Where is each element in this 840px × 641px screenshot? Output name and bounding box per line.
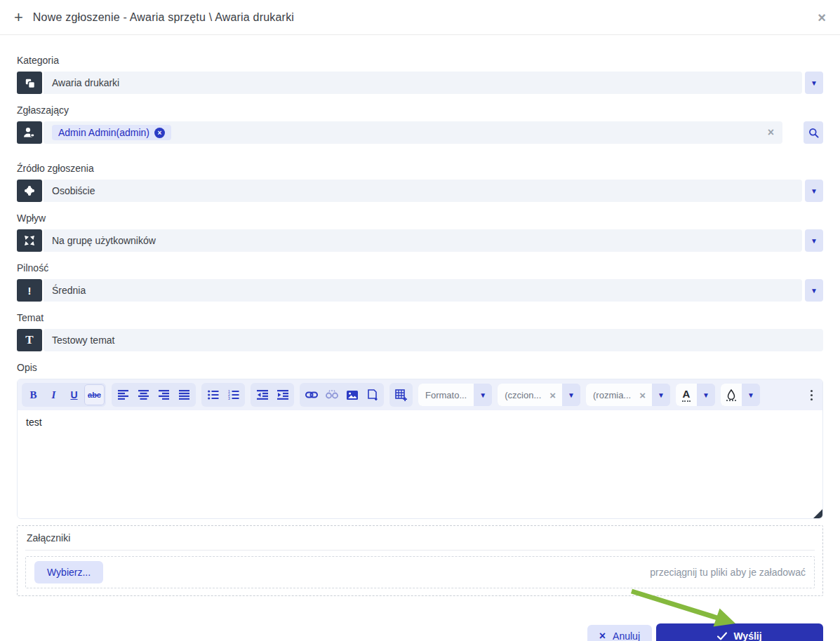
bold-button[interactable]: B	[23, 384, 44, 405]
unlink-button[interactable]	[321, 384, 342, 405]
svg-text:3: 3	[228, 396, 230, 400]
unlink-icon	[326, 390, 338, 400]
align-center-button[interactable]	[133, 384, 154, 405]
underline-button[interactable]: U	[64, 384, 84, 405]
indent-group	[251, 383, 294, 407]
insert-group	[300, 383, 384, 407]
list-group: 123	[201, 383, 245, 407]
description-editor-area[interactable]: test	[18, 410, 822, 519]
source-puzzle-icon	[17, 180, 42, 202]
chevron-down-icon: ▼	[742, 384, 760, 406]
submit-label: Wyślij	[733, 630, 761, 641]
requester-chip-label: Admin Admin(admin)	[58, 127, 149, 138]
chevron-down-icon: ▼	[652, 384, 670, 406]
requester-chip: Admin Admin(admin) ×	[52, 125, 171, 140]
cancel-button[interactable]: × Anuluj	[587, 625, 652, 641]
strikethrough-button[interactable]: abc	[84, 384, 105, 405]
source-input[interactable]: Osobiście	[44, 180, 802, 202]
urgency-exclamation-icon: !	[17, 279, 42, 302]
align-left-button[interactable]	[113, 384, 133, 405]
format-dropdown-label: Formato...	[418, 384, 474, 406]
insert-image-button[interactable]	[342, 384, 362, 405]
submit-button[interactable]: Wyślij	[656, 623, 823, 641]
source-value: Osobiście	[52, 185, 95, 196]
category-dropdown-button[interactable]: ▼	[805, 72, 823, 94]
font-dropdown[interactable]: (czcion... × ▼	[498, 384, 580, 406]
bullet-list-button[interactable]	[203, 384, 223, 405]
clear-font-icon[interactable]: ×	[548, 384, 562, 406]
urgency-label: Pilność	[17, 262, 823, 274]
outdent-button[interactable]	[252, 384, 272, 405]
requester-input[interactable]: Admin Admin(admin) × ×	[44, 121, 782, 144]
align-center-icon	[138, 390, 149, 400]
page-plus-icon	[367, 389, 378, 400]
align-right-button[interactable]	[154, 384, 174, 405]
table-plus-icon	[395, 389, 407, 401]
category-input[interactable]: Awaria drukarki	[44, 72, 802, 94]
choose-file-button[interactable]: Wybierz...	[34, 561, 103, 583]
check-icon	[717, 632, 727, 640]
close-icon[interactable]: ×	[818, 11, 826, 25]
cancel-label: Anuluj	[613, 630, 640, 641]
subject-text-icon: T	[17, 329, 42, 351]
requester-person-icon	[17, 121, 42, 144]
table-group	[389, 383, 413, 407]
clear-icon[interactable]: ×	[768, 126, 774, 139]
subject-row: T Testowy temat	[17, 329, 823, 351]
description-label: Opis	[17, 362, 823, 373]
outdent-icon	[257, 390, 268, 400]
urgency-dropdown-button[interactable]: ▼	[805, 279, 823, 302]
rich-text-editor: B I U abc 123	[17, 379, 823, 519]
file-dropzone[interactable]: Wybierz... przeciągnij tu pliki aby je z…	[25, 556, 815, 588]
source-label: Źródło zgłoszenia	[17, 163, 823, 174]
numbered-list-button[interactable]: 123	[223, 384, 244, 405]
new-ticket-dialog: + Nowe zgłoszenie - Awaria sprzętu \ Awa…	[0, 0, 840, 641]
subject-value: Testowy temat	[52, 335, 114, 346]
urgency-input[interactable]: Średnia	[44, 279, 802, 302]
impact-row: Na grupę użytkowników ▼	[17, 229, 823, 252]
category-row: Awaria drukarki ▼	[17, 72, 823, 94]
link-button[interactable]	[301, 384, 321, 405]
form-body: Kategoria Awaria drukarki ▼ Zgłaszający …	[0, 55, 840, 596]
bullet-list-icon	[208, 390, 219, 400]
clear-size-icon[interactable]: ×	[638, 384, 652, 406]
attachments-label: Załączniki	[25, 532, 815, 551]
indent-button[interactable]	[272, 384, 293, 405]
chevron-down-icon: ▼	[811, 79, 818, 87]
requester-search-button[interactable]	[804, 121, 823, 144]
numbered-list-icon: 123	[228, 390, 239, 400]
editor-toolbar: B I U abc 123	[18, 379, 822, 410]
image-icon	[347, 391, 358, 400]
background-color-dropdown[interactable]: ▼	[721, 384, 760, 406]
more-options-button[interactable]	[811, 390, 813, 400]
text-color-icon: A	[682, 388, 691, 402]
source-row: Osobiście ▼	[17, 180, 823, 202]
requester-label: Zgłaszający	[17, 104, 823, 116]
kebab-icon	[811, 390, 813, 392]
chip-remove-icon[interactable]: ×	[154, 128, 165, 138]
subject-label: Temat	[17, 312, 823, 323]
indent-icon	[277, 390, 288, 400]
insert-table-button[interactable]	[391, 384, 411, 405]
insert-page-button[interactable]	[362, 384, 382, 405]
source-dropdown-button[interactable]: ▼	[805, 180, 823, 202]
subject-input[interactable]: Testowy temat	[44, 329, 823, 351]
impact-label: Wpływ	[17, 212, 823, 224]
size-dropdown-label: (rozmia...	[586, 384, 638, 406]
text-color-dropdown[interactable]: A ▼	[676, 384, 715, 406]
dialog-title: Nowe zgłoszenie - Awaria sprzętu \ Awari…	[33, 11, 294, 24]
requester-row: Admin Admin(admin) × ×	[17, 121, 823, 144]
align-group	[112, 383, 196, 407]
editor-resize-handle[interactable]	[813, 509, 822, 518]
align-left-icon	[118, 390, 129, 400]
font-dropdown-label: (czcion...	[498, 384, 548, 406]
italic-button[interactable]: I	[44, 384, 64, 405]
format-dropdown[interactable]: Formato... ▼	[418, 384, 492, 406]
size-dropdown[interactable]: (rozmia... × ▼	[586, 384, 670, 406]
impact-input[interactable]: Na grupę użytkowników	[44, 229, 802, 252]
impact-dropdown-button[interactable]: ▼	[805, 229, 823, 252]
urgency-row: ! Średnia ▼	[17, 279, 823, 302]
dialog-header: + Nowe zgłoszenie - Awaria sprzętu \ Awa…	[0, 0, 840, 35]
justify-button[interactable]	[174, 384, 194, 405]
text-style-group: B I U abc	[22, 383, 106, 407]
